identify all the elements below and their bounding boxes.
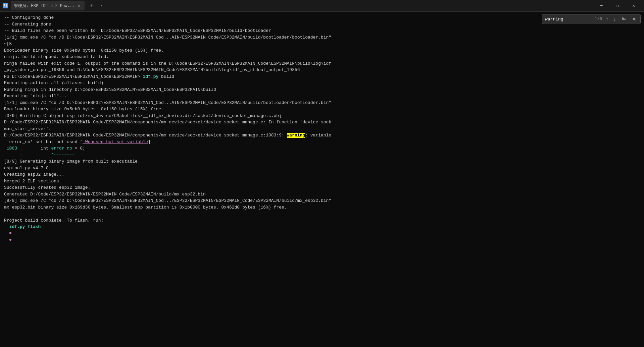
window-controls: — ❐ ✕ (594, 0, 641, 12)
tab-dropdown-button[interactable]: ▾ (98, 2, 105, 9)
line-19: 1083 | int error_no = 0; (4, 145, 640, 152)
line-20: | ^~~~~~~~~ (4, 152, 640, 159)
line-25: Successfully created esp32 image. (4, 184, 640, 191)
tab-close-button[interactable]: ✕ (77, 3, 81, 8)
line-9: PS D:\Code\ESP32\ESP32MAIN\ESP32MAIN_Cod… (4, 73, 640, 80)
line-6: Bootloader binary size 0x5eb0 bytes. 0x1… (4, 47, 640, 54)
close-button[interactable]: ✕ (626, 0, 641, 12)
line-31: idf.py flash (4, 224, 640, 230)
line-4: [1/1] cmd.exe /C "cd /D D:\Code\ESP32\ES… (4, 34, 640, 41)
tab-label: 管理员: ESP-IDF 5.2 Pow... (14, 3, 75, 9)
line-27: [9/9] cmd.exe /C "cd /D D:\Code\ESP32\ES… (4, 197, 640, 204)
search-prev-button[interactable]: ↑ (605, 16, 610, 22)
minimize-button[interactable]: — (594, 0, 609, 12)
line-21: [8/9] Generating binary image from built… (4, 158, 640, 165)
line-15: [3/9] Building C object esp-idf/mx_devic… (4, 113, 640, 119)
search-count: 1/6 (595, 17, 602, 21)
titlebar-icons: PS (3, 3, 8, 8)
line-17: D:/Code/ESP32/ESP32MAIN/ESP32MAIN_Code/E… (4, 132, 640, 139)
line-26: Generated D:/Code/ESP32/ESP32MAIN/ESP32M… (4, 191, 640, 198)
search-match-case-button[interactable]: Aa (620, 16, 628, 22)
terminal-output: -- Configuring done -- Generating done -… (0, 12, 644, 347)
line-32 (4, 230, 640, 237)
line-24: Merged 2 ELF sections (4, 178, 640, 185)
line-16: D:/Code/ESP32/ESP32MAIN/ESP32MAIN_Code/E… (4, 119, 640, 126)
titlebar: PS 管理员: ESP-IDF 5.2 Pow... ✕ + ▾ — ❐ ✕ (0, 0, 644, 12)
line-10: Executing action: all (aliases: build) (4, 80, 640, 86)
line-7: ninja: build stopped: subcommand failed. (4, 54, 640, 60)
line-12: Executing "ninja all"... (4, 93, 640, 100)
search-close-button[interactable]: ✕ (631, 16, 638, 22)
line-14: Bootloader binary size 0x5eb0 bytes. 0x1… (4, 106, 640, 113)
line-13: [1/1] cmd.exe /C "cd /D D:\Code\ESP32\ES… (4, 100, 640, 106)
line-30: Project build complete. To flash, run: (4, 217, 640, 224)
line-23: Creating esp32 image... (4, 171, 640, 178)
line-29 (4, 211, 640, 217)
search-next-button[interactable]: ↓ (612, 16, 617, 22)
new-tab-button[interactable]: + (87, 2, 95, 10)
line-3: -- Build files have been written to: D:/… (4, 27, 640, 34)
app-icon: PS (3, 3, 8, 8)
line-33 (4, 237, 640, 243)
line-8b: _py_stderr_output_19856 and D:\Code\ESP3… (4, 67, 640, 73)
line-22: esptool.py v4.7.0 (4, 165, 640, 172)
line-16b: man_start_server': (4, 126, 640, 132)
search-input[interactable] (545, 17, 592, 22)
search-bar: 1/6 ↑ ↓ Aa ✕ (542, 14, 641, 24)
line-8: ninja failed with exit code 1, output of… (4, 60, 640, 67)
tab-active[interactable]: 管理员: ESP-IDF 5.2 Pow... ✕ (11, 1, 85, 10)
maximize-button[interactable]: ❐ (610, 0, 625, 12)
line-18: 'error_no' set but not used [-Wunused-bu… (4, 139, 640, 146)
line-5: ←[K (4, 41, 640, 47)
line-11: Running ninja in directory D:\Code\ESP32… (4, 86, 640, 93)
line-28: mx_esp32.bin binary size 0x169d30 bytes.… (4, 204, 640, 211)
